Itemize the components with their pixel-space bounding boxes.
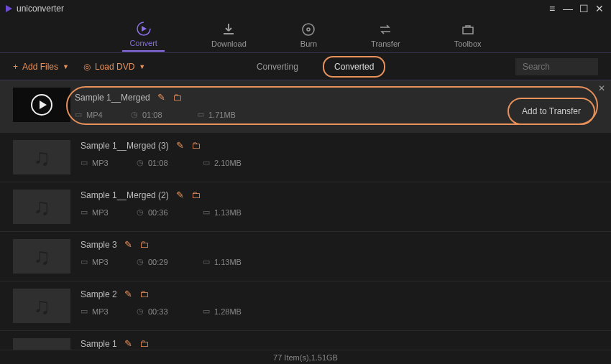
plus-icon: + [13,62,18,72]
item-size: 1.71MB [208,111,236,119]
music-note-icon: ♫ [33,243,50,270]
format-icon: ▭ [81,158,88,167]
top-nav: Convert Download Burn Transfer Toolbox [0,17,611,53]
file-icon: ▭ [197,110,204,119]
format-icon: ▭ [81,257,88,266]
titlebar: uniconverter ≡ — ☐ ✕ [0,0,611,17]
window-controls: ≡ — ☐ ✕ [546,3,605,14]
edit-icon[interactable]: ✎ [157,92,165,103]
item-title: Sample 1__Merged [75,93,150,103]
thumbnail[interactable]: ♫ [13,289,70,323]
sub-toolbar: + Add Files ▼ ◎ Load DVD ▼ Converting Co… [0,53,611,80]
file-icon: ▭ [203,257,210,266]
folder-icon[interactable]: 🗀 [139,239,149,250]
list-item[interactable]: ✕ Sample 1__Merged ✎ 🗀 ▭MP4 ◷01:08 ▭1.71… [0,80,611,133]
app-name: uniconverter [17,4,64,14]
thumbnail[interactable]: ♫ [13,190,70,224]
thumbnail[interactable] [13,88,70,122]
list-item[interactable]: ♫ Sample 2 ✎ 🗀 ▭MP3 ◷00:33 ▭1.28MB [0,281,611,331]
item-title: Sample 2 [81,289,117,299]
item-size: 1.13MB [214,208,242,217]
music-note-icon: ♫ [33,342,50,350]
status-bar: 77 Item(s),1.51GB [0,350,611,364]
transfer-icon [377,22,393,37]
edit-icon[interactable]: ✎ [176,190,184,200]
thumbnail[interactable]: ♫ [13,140,70,174]
nav-convert[interactable]: Convert [122,18,165,52]
nav-toolbox[interactable]: Toolbox [447,19,489,51]
load-dvd-label: Load DVD [95,62,134,72]
add-files-label: Add Files [22,62,58,72]
format-icon: ▭ [81,307,88,316]
edit-icon[interactable]: ✎ [124,338,132,349]
item-format: MP4 [86,111,103,119]
folder-icon[interactable]: 🗀 [191,190,201,200]
item-format: MP3 [92,159,109,167]
list-item[interactable]: ♫ Sample 1 ✎ 🗀 ▭MP3 ◷00:04 ▭140.48KB [0,331,611,350]
convert-icon [136,21,152,37]
item-title: Sample 1 [81,339,117,349]
thumbnail[interactable]: ♫ [13,338,70,350]
item-size: 2.10MB [214,159,242,167]
add-to-transfer-button[interactable]: Add to Transfer [507,98,595,125]
file-list: ✕ Sample 1__Merged ✎ 🗀 ▭MP4 ◷01:08 ▭1.71… [0,80,611,350]
item-title: Sample 3 [81,240,117,250]
tab-converted[interactable]: Converted [323,56,385,78]
folder-icon[interactable]: 🗀 [139,289,149,299]
chevron-down-icon: ▼ [139,63,145,70]
svg-point-3 [307,28,310,31]
minimize-button[interactable]: — [562,3,574,14]
status-summary: 77 Item(s),1.51GB [273,353,338,362]
clock-icon: ◷ [131,110,138,119]
file-icon: ▭ [203,307,210,316]
logo-icon [6,5,12,12]
disc-icon: ◎ [83,62,91,72]
thumbnail[interactable]: ♫ [13,239,70,274]
tab-converting[interactable]: Converting [247,57,308,76]
nav-burn-label: Burn [300,39,317,48]
svg-rect-4 [463,27,473,34]
download-icon [221,22,236,37]
nav-toolbox-label: Toolbox [454,39,482,48]
toolbox-icon [460,22,476,37]
item-size: 1.28MB [214,307,242,316]
item-title: Sample 1__Merged (2) [81,190,169,200]
menu-icon[interactable]: ≡ [546,3,558,14]
maximize-button[interactable]: ☐ [578,3,589,14]
add-files-button[interactable]: + Add Files ▼ [13,62,69,72]
format-icon: ▭ [75,110,82,119]
clock-icon: ◷ [137,257,144,266]
item-format: MP3 [92,258,109,266]
chevron-down-icon: ▼ [63,63,69,70]
close-icon[interactable]: ✕ [598,83,605,93]
close-button[interactable]: ✕ [594,3,605,14]
item-duration: 00:29 [148,258,168,266]
play-icon [31,94,52,116]
item-duration: 00:36 [148,208,168,217]
clock-icon: ◷ [137,158,144,167]
music-note-icon: ♫ [33,293,50,319]
list-item[interactable]: ♫ Sample 1__Merged (3) ✎ 🗀 ▭MP3 ◷01:08 ▭… [0,133,611,182]
item-format: MP3 [92,307,109,316]
nav-transfer[interactable]: Transfer [364,19,408,51]
nav-burn[interactable]: Burn [293,19,324,51]
item-format: MP3 [92,208,109,217]
nav-download-label: Download [211,39,247,48]
svg-marker-1 [142,26,147,32]
nav-download[interactable]: Download [204,19,254,51]
edit-icon[interactable]: ✎ [176,140,184,151]
edit-icon[interactable]: ✎ [124,289,132,299]
folder-icon[interactable]: 🗀 [139,338,149,349]
burn-icon [300,22,316,37]
item-duration: 01:08 [148,159,168,167]
load-dvd-button[interactable]: ◎ Load DVD ▼ [83,62,145,72]
search-input[interactable] [515,58,598,75]
item-size: 1.13MB [214,258,242,266]
list-item[interactable]: ♫ Sample 3 ✎ 🗀 ▭MP3 ◷00:29 ▭1.13MB [0,232,611,281]
list-item[interactable]: ♫ Sample 1__Merged (2) ✎ 🗀 ▭MP3 ◷00:36 ▭… [0,182,611,232]
item-title: Sample 1__Merged (3) [81,141,169,151]
folder-icon[interactable]: 🗀 [173,92,182,103]
folder-icon[interactable]: 🗀 [191,140,201,151]
edit-icon[interactable]: ✎ [124,239,132,250]
music-note-icon: ♫ [33,144,50,171]
